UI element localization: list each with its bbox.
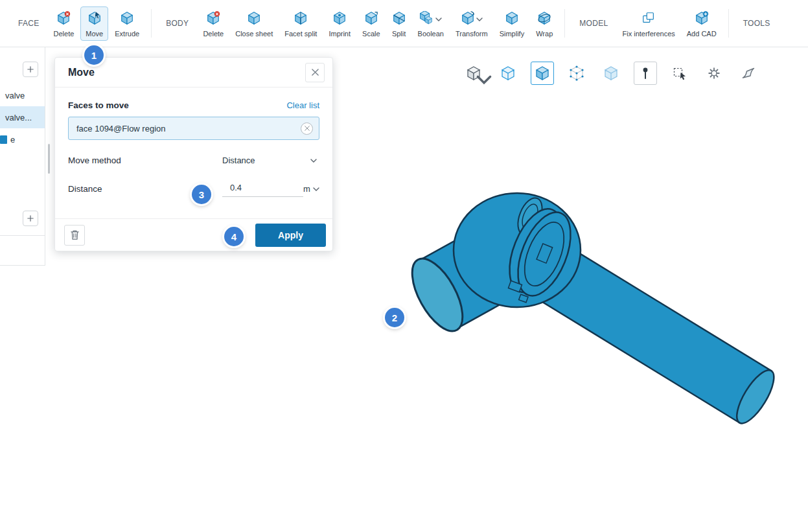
step-badge-1: 1 (84, 45, 104, 65)
unit-chevron-icon (313, 187, 319, 191)
selection-value: face 1094@Flow region (76, 124, 166, 133)
toolbar-item-label: Add CAD (687, 30, 717, 38)
vertex-view-button[interactable] (565, 62, 588, 85)
tree-item-valve-selected[interactable]: valve... (0, 106, 45, 128)
move-face-button[interactable]: Move (80, 6, 108, 41)
distance-unit-select[interactable]: m (303, 184, 321, 194)
view-mode-dropdown-chevron[interactable] (476, 72, 492, 87)
toolbar-item-label: Extrude (115, 30, 139, 38)
fix-interferences-icon (641, 11, 656, 28)
toolbar-item-label: Facet split (284, 30, 317, 38)
toolbar-item-label: Scale (362, 30, 380, 38)
shaded-view-icon (535, 65, 550, 81)
dialog-close-button[interactable] (305, 63, 325, 82)
toolbar-item-label: Simplify (500, 30, 525, 38)
toolbar-item-label: Move (86, 30, 103, 38)
shaded-view-button[interactable] (531, 62, 554, 85)
delete-body-icon (206, 11, 220, 28)
move-method-chevron-icon (310, 159, 317, 163)
delete-operation-button[interactable] (64, 225, 85, 246)
body-section-label: BODY (166, 19, 189, 28)
delete-face-button[interactable]: Delete (49, 6, 80, 41)
fix-interferences-button[interactable]: Fix interferences (617, 6, 680, 41)
tree-item-label: valve (5, 91, 25, 100)
wrap-icon (537, 11, 551, 28)
close-sheet-icon (247, 11, 261, 28)
model-section-label: MODEL (579, 19, 608, 28)
sidebar-divider (0, 235, 45, 236)
toolbar-item-label: Delete (54, 30, 75, 38)
split-button[interactable]: Split (387, 6, 411, 41)
step-badge-2: 2 (385, 308, 404, 327)
faces-selection-field[interactable]: face 1094@Flow region (68, 117, 319, 140)
transform-button[interactable]: Transform (450, 6, 493, 41)
move-method-select[interactable]: Distance (222, 156, 319, 165)
imprint-button[interactable]: Imprint (323, 6, 356, 41)
facet-split-button[interactable]: Facet split (279, 6, 322, 41)
remove-selection-x-icon (305, 126, 310, 131)
extrude-face-icon (120, 11, 134, 28)
main-toolbar: FACE Delete Move Extrude BODY (0, 0, 808, 47)
body-cube-icon (0, 135, 7, 144)
view-mode-cube-button[interactable] (462, 62, 485, 85)
toolbar-item-label: Fix interferences (622, 30, 675, 38)
tools-section-label: TOOLS (743, 19, 770, 28)
keypoint-tool-button[interactable] (634, 62, 657, 85)
add-item-button-2[interactable] (23, 211, 38, 226)
add-cad-button[interactable]: Add CAD (682, 6, 722, 41)
wireframe-view-icon (500, 65, 516, 81)
step-badge-4: 4 (224, 227, 244, 246)
add-cad-icon (695, 11, 709, 28)
tree-item-flow-region[interactable]: e (0, 128, 45, 150)
add-item-button[interactable] (23, 62, 38, 77)
extrude-face-button[interactable]: Extrude (110, 6, 144, 41)
distance-unit-value: m (303, 184, 310, 194)
wireframe-view-button[interactable] (496, 62, 520, 85)
distance-input[interactable] (222, 181, 303, 197)
transparent-view-icon (603, 65, 619, 81)
3d-valve-model[interactable] (363, 175, 803, 447)
apply-button[interactable]: Apply (255, 224, 326, 247)
surface-sheet-icon (741, 65, 756, 81)
app-root: FACE Delete Move Extrude BODY (0, 0, 808, 532)
faces-to-move-label: Faces to move (68, 100, 129, 110)
clear-list-link[interactable]: Clear list (286, 100, 319, 110)
simplify-button[interactable]: Simplify (494, 6, 530, 41)
imprint-icon (332, 11, 347, 28)
gear-icon (706, 65, 722, 81)
viewport-toolbar (462, 62, 760, 85)
simplify-icon (505, 11, 519, 28)
toolbar-item-label: Boolean (418, 30, 444, 38)
boolean-button[interactable]: Boolean (413, 6, 449, 41)
box-select-tool-button[interactable] (668, 62, 691, 85)
delete-body-button[interactable]: Delete (198, 6, 229, 41)
transparent-view-button[interactable] (599, 62, 623, 85)
move-method-label: Move method (68, 156, 222, 165)
move-face-icon (87, 11, 102, 28)
surface-tool-button[interactable] (737, 62, 760, 85)
toolbar-item-label: Wrap (536, 30, 553, 38)
gear-tool-button[interactable] (702, 62, 726, 85)
keypoint-icon (638, 65, 653, 81)
box-select-icon (672, 65, 687, 81)
tree-item-label: valve... (5, 113, 32, 122)
transform-dropdown-chevron[interactable] (476, 17, 483, 21)
toolbar-item-label: Imprint (329, 30, 351, 38)
dialog-footer: Apply (55, 218, 332, 251)
scale-button[interactable]: Scale (357, 6, 386, 41)
transform-icon (461, 11, 475, 28)
split-icon (392, 11, 406, 28)
tree-item-label: e (10, 135, 15, 145)
remove-selection-button[interactable] (301, 122, 313, 135)
scrollbar-thumb[interactable] (48, 144, 50, 174)
close-sheet-button[interactable]: Close sheet (230, 6, 278, 41)
scale-icon (364, 11, 378, 28)
facet-split-icon (294, 11, 308, 28)
boolean-dropdown-chevron[interactable] (435, 17, 442, 21)
tree-item-valve[interactable]: valve (0, 84, 45, 106)
close-icon (312, 69, 319, 76)
toolbar-item-label: Delete (203, 30, 224, 38)
wrap-button[interactable]: Wrap (531, 6, 558, 41)
toolbar-item-label: Split (392, 30, 406, 38)
plus-icon (27, 66, 34, 73)
